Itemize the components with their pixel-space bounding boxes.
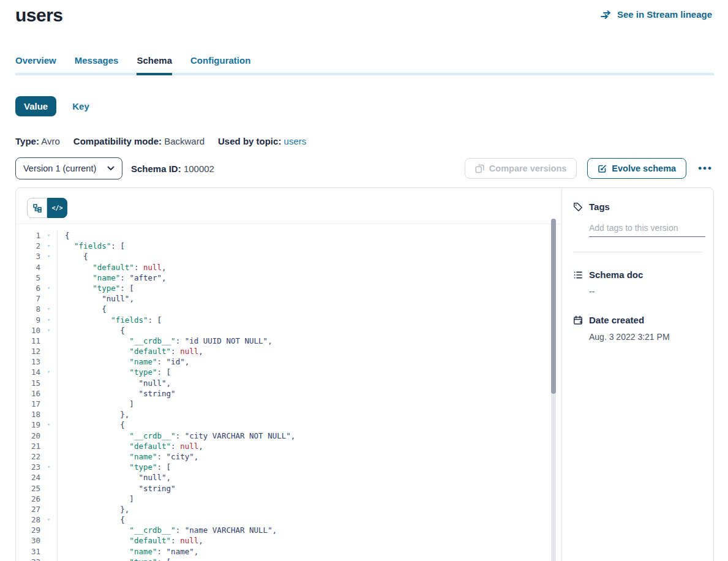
code-line: 31 "name": "name",: [16, 546, 561, 557]
tree-view-icon: [32, 203, 42, 213]
code-line: 15 "null",: [16, 378, 561, 388]
fold-spacer: [40, 525, 57, 535]
line-number: 32: [16, 557, 40, 561]
fold-spacer: [40, 483, 57, 494]
fold-spacer: [40, 409, 57, 420]
tab-configuration[interactable]: Configuration: [190, 55, 250, 73]
fold-spacer: [40, 262, 57, 273]
version-select-value: Version 1 (current): [23, 164, 96, 173]
code-line: 16 "string": [16, 388, 561, 399]
fold-spacer: [40, 451, 57, 462]
code-line: 9▾ "fields": [: [16, 315, 561, 325]
code-text: "name": "city",: [57, 451, 198, 462]
code-view-icon: </>: [51, 205, 62, 211]
date-created-value: Aug. 3 2022 3:21 PM: [589, 332, 702, 342]
code-line: 13 "name": "id",: [16, 356, 561, 367]
code-text: "__crdb__": "city VARCHAR NOT NULL",: [57, 431, 295, 441]
code-line: 26 ]: [16, 494, 561, 504]
code-text: "default": null,: [57, 262, 167, 273]
line-number: 3: [16, 251, 40, 262]
key-toggle-button[interactable]: Key: [72, 101, 89, 111]
fold-toggle-icon[interactable]: ▾: [40, 367, 57, 377]
code-line: 1▾{: [16, 230, 561, 241]
see-in-stream-lineage-link[interactable]: See in Stream lineage: [601, 9, 712, 20]
code-text: "string": [57, 388, 176, 399]
code-line: 27 },: [16, 504, 561, 514]
line-number: 14: [16, 367, 40, 377]
line-number: 10: [16, 325, 40, 336]
code-text: "type": [: [57, 283, 134, 293]
value-toggle-button[interactable]: Value: [15, 96, 56, 116]
fold-toggle-icon[interactable]: ▾: [40, 557, 57, 561]
code-text: "default": null,: [57, 346, 203, 356]
schema-doc-value: --: [589, 287, 702, 296]
code-line: 21 "default": null,: [16, 441, 561, 451]
code-line: 11 "__crdb__": "id UUID NOT NULL",: [16, 336, 561, 346]
code-text: },: [57, 504, 129, 514]
code-scrollbar[interactable]: [551, 219, 556, 561]
tab-messages[interactable]: Messages: [75, 55, 119, 73]
evolve-schema-button[interactable]: Evolve schema: [587, 158, 686, 179]
lineage-link-label: See in Stream lineage: [617, 9, 712, 20]
view-toggle: </>: [27, 198, 67, 218]
fold-spacer: [40, 346, 57, 356]
compare-versions-icon: [475, 164, 484, 173]
code-text: },: [57, 409, 129, 420]
fold-toggle-icon[interactable]: ▾: [40, 315, 57, 325]
tab-bar: Overview Messages Schema Configuration: [15, 55, 714, 75]
code-lines: 1▾{2▾ "fields": [3▾ {4 "default": null,5…: [16, 230, 561, 561]
tab-overview[interactable]: Overview: [15, 55, 56, 73]
fold-toggle-icon[interactable]: ▾: [40, 241, 57, 251]
code-line: 20 "__crdb__": "city VARCHAR NOT NULL",: [16, 431, 561, 441]
tab-schema[interactable]: Schema: [137, 55, 172, 73]
line-number: 2: [16, 241, 40, 251]
code-text: "type": [: [57, 367, 171, 377]
version-select[interactable]: Version 1 (current): [15, 157, 122, 179]
fold-toggle-icon[interactable]: ▾: [40, 230, 57, 241]
fold-toggle-icon[interactable]: ▾: [40, 304, 57, 314]
fold-spacer: [40, 472, 57, 483]
schema-doc-icon: [573, 270, 583, 280]
fold-spacer: [40, 293, 57, 304]
line-number: 4: [16, 262, 40, 273]
add-tags-input[interactable]: [589, 223, 705, 237]
fold-toggle-icon[interactable]: ▾: [40, 325, 57, 336]
tags-title: Tags: [589, 201, 610, 212]
code-line: 29 "__crdb__": "name VARCHAR NULL",: [16, 525, 561, 535]
scrollbar-thumb[interactable]: [551, 219, 556, 394]
tag-icon: [573, 202, 583, 212]
fold-toggle-icon[interactable]: ▾: [40, 283, 57, 293]
type-value: Avro: [41, 136, 60, 146]
edit-icon: [598, 164, 607, 173]
tree-view-button[interactable]: [27, 198, 47, 218]
fold-toggle-icon[interactable]: ▾: [40, 251, 57, 262]
code-text: "fields": [: [57, 241, 125, 251]
line-number: 20: [16, 431, 40, 441]
line-number: 11: [16, 336, 40, 346]
code-text: {: [57, 304, 107, 314]
fold-spacer: [40, 441, 57, 451]
code-view-button[interactable]: </>: [47, 198, 67, 218]
more-options-button[interactable]: •••: [697, 162, 714, 175]
code-line: 32▾ "type": [: [16, 557, 561, 561]
schema-code-pane: </> 1▾{2▾ "fields": [3▾ {4 "default": nu…: [16, 188, 561, 561]
line-number: 30: [16, 535, 40, 546]
line-number: 27: [16, 504, 40, 514]
code-text: ]: [57, 399, 134, 409]
fold-spacer: [40, 399, 57, 409]
schema-code-editor[interactable]: 1▾{2▾ "fields": [3▾ {4 "default": null,5…: [16, 224, 561, 561]
line-number: 5: [16, 273, 40, 283]
line-number: 31: [16, 546, 40, 557]
topic-link[interactable]: users: [284, 136, 307, 146]
compare-versions-button[interactable]: Compare versions: [465, 158, 577, 179]
code-line: 25 "string": [16, 483, 561, 494]
line-number: 23: [16, 462, 40, 472]
line-number: 15: [16, 378, 40, 388]
code-text: "type": [: [57, 462, 171, 472]
fold-toggle-icon[interactable]: ▾: [40, 514, 57, 525]
fold-spacer: [40, 273, 57, 283]
fold-toggle-icon[interactable]: ▾: [40, 462, 57, 472]
code-line: 24 "null",: [16, 472, 561, 483]
fold-spacer: [40, 388, 57, 399]
fold-toggle-icon[interactable]: ▾: [40, 420, 57, 430]
